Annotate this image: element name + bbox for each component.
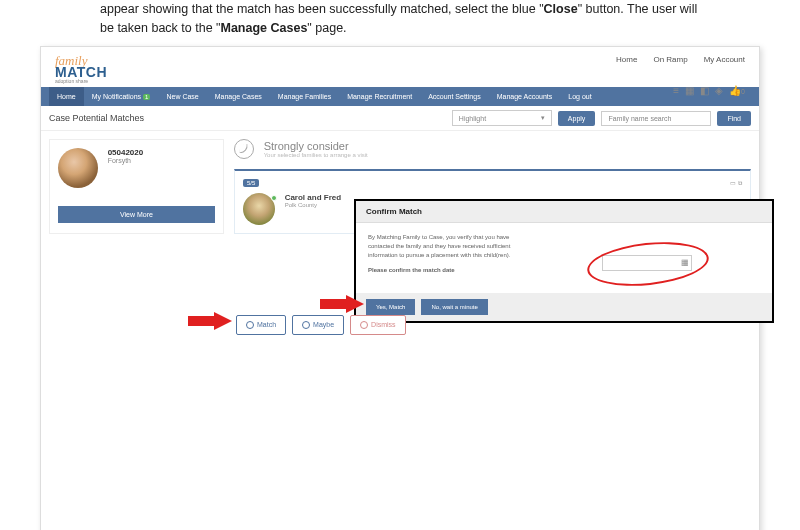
maybe-icon (302, 321, 310, 329)
annotation-arrow-icon (188, 312, 232, 330)
modal-footer: Yes, Match No, wait a minute (356, 293, 772, 321)
link-onramp[interactable]: On Ramp (653, 55, 687, 64)
case-id: 05042020 (108, 148, 144, 157)
notification-badge: 1 (143, 94, 150, 100)
list-icon[interactable]: ≡ (673, 85, 679, 96)
view-more-button[interactable]: View More (58, 206, 215, 223)
calendar-icon: ▦ (681, 257, 689, 269)
thumb-up-icon[interactable]: 👍0 (729, 85, 745, 96)
nav-recruitment[interactable]: Manage Recruitment (339, 87, 420, 106)
nav-newcase[interactable]: New Case (158, 87, 206, 106)
online-dot-icon (271, 195, 277, 201)
modal-body: By Matching Family to Case, you verify t… (356, 223, 772, 293)
strongly-sub: Your selected families to arrange a visi… (264, 152, 368, 158)
link-home[interactable]: Home (616, 55, 637, 64)
link-myaccount[interactable]: My Account (704, 55, 745, 64)
case-location: Forsyth (108, 157, 144, 164)
app-header: family MATCH adoption share Home On Ramp… (41, 47, 759, 88)
match-date-input[interactable]: ▦ (602, 255, 692, 271)
confirm-match-modal: Confirm Match By Matching Family to Case… (354, 199, 774, 323)
top-nav-links: Home On Ramp My Account (616, 55, 745, 64)
no-wait-button[interactable]: No, wait a minute (421, 299, 487, 315)
layers-icon[interactable]: ◈ (715, 85, 723, 96)
maybe-button[interactable]: Maybe (292, 315, 344, 335)
grid-icon[interactable]: ▦ (685, 85, 694, 96)
yes-match-button[interactable]: Yes, Match (366, 299, 415, 315)
family-avatar (243, 193, 275, 225)
card-icon[interactable]: ◧ (700, 85, 709, 96)
content-row: 05042020 Forsyth View More Strongly cons… (41, 131, 759, 242)
chevron-down-icon: ▾ (541, 114, 545, 122)
modal-text-2: Please confirm the match date (368, 266, 528, 275)
main-navbar: Home My Notifications1 New Case Manage C… (41, 87, 759, 106)
nav-managecases[interactable]: Manage Cases (207, 87, 270, 106)
nav-accountsettings[interactable]: Account Settings (420, 87, 489, 106)
dismiss-icon (360, 321, 368, 329)
nav-home[interactable]: Home (49, 87, 84, 106)
find-button[interactable]: Find (717, 111, 751, 126)
action-row: Match Maybe Dismiss (236, 315, 406, 335)
family-location: Polk County (285, 202, 341, 208)
modal-title: Confirm Match (356, 201, 772, 223)
view-icons: ≡ ▦ ◧ ◈ 👍0 (673, 85, 745, 96)
family-search-input[interactable]: Family name search (601, 111, 711, 126)
apply-button[interactable]: Apply (558, 111, 596, 126)
strongly-title: Strongly consider (264, 140, 368, 152)
family-name: Carol and Fred (285, 193, 341, 202)
logo: family MATCH adoption share (55, 55, 107, 84)
child-avatar (58, 148, 98, 188)
page-title: Case Potential Matches (49, 113, 144, 123)
filter-toolbar: Case Potential Matches Highlight▾ Apply … (41, 106, 759, 131)
match-button[interactable]: Match (236, 315, 286, 335)
main-panel: Strongly consider Your selected families… (234, 139, 751, 234)
phone-icon (234, 139, 254, 159)
doc-intro-text: appear showing that the match has been s… (0, 0, 800, 46)
nav-manageaccounts[interactable]: Manage Accounts (489, 87, 561, 106)
nav-notifications[interactable]: My Notifications1 (84, 87, 159, 106)
dismiss-button[interactable]: Dismiss (350, 315, 406, 335)
match-score: 5/5 (243, 179, 259, 187)
match-icon (246, 321, 254, 329)
nav-logout[interactable]: Log out (560, 87, 599, 106)
card-icons: ▭ ⧉ (730, 179, 742, 187)
logo-bottom: MATCH (55, 66, 107, 79)
highlight-dropdown[interactable]: Highlight▾ (452, 110, 552, 126)
app-screenshot: family MATCH adoption share Home On Ramp… (40, 46, 760, 531)
modal-text-1: By Matching Family to Case, you verify t… (368, 233, 528, 260)
nav-managefamilies[interactable]: Manage Families (270, 87, 339, 106)
case-card: 05042020 Forsyth View More (49, 139, 224, 234)
